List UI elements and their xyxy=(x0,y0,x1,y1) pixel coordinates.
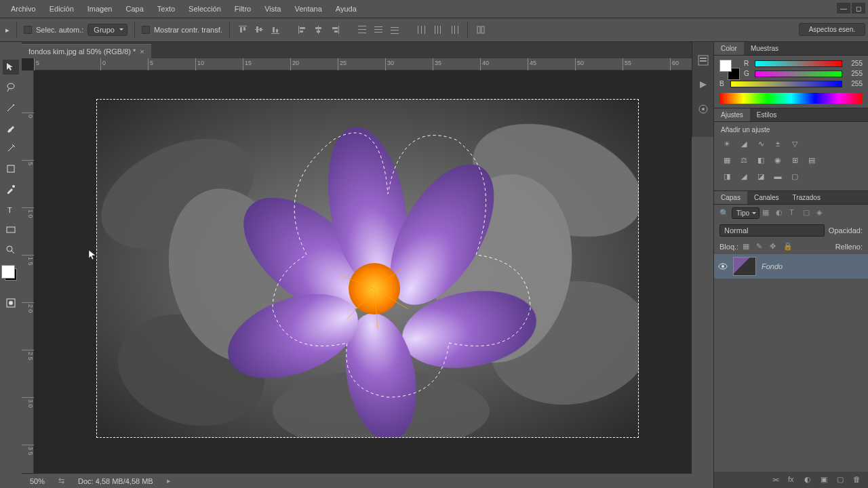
distribute-bottom-icon[interactable] xyxy=(389,24,401,36)
color-swatches[interactable] xyxy=(5,268,17,281)
ruler-vertical[interactable]: 0 5 1 0 1 5 2 0 2 5 3 0 3 5 xyxy=(22,70,34,473)
b-value[interactable]: 255 xyxy=(846,80,863,87)
filter-type-icon[interactable]: T xyxy=(789,208,800,219)
show-transform-checkbox[interactable] xyxy=(142,26,150,34)
status-chevron-icon[interactable]: ⇆ xyxy=(58,476,64,485)
layer-thumbnail[interactable] xyxy=(733,257,756,276)
distribute-left-icon[interactable] xyxy=(416,24,428,36)
quick-mask-tool[interactable] xyxy=(3,296,19,310)
layer-row[interactable]: Fondo xyxy=(714,254,868,279)
tab-adjustments[interactable]: Ajustes xyxy=(714,108,750,121)
type-tool[interactable]: T xyxy=(3,202,19,217)
tab-paths[interactable]: Trazados xyxy=(786,191,827,204)
menu-filtro[interactable]: Filtro xyxy=(228,0,258,18)
menu-capa[interactable]: Capa xyxy=(119,0,150,18)
new-layer-icon[interactable]: ▢ xyxy=(837,475,846,485)
workspace-switcher[interactable]: Aspectos esen. xyxy=(799,23,865,36)
b-slider[interactable] xyxy=(730,81,842,87)
layer-mask-icon[interactable]: ◐ xyxy=(804,475,814,485)
filter-adjust-icon[interactable]: ◐ xyxy=(776,208,787,219)
zoom-level[interactable]: 50% xyxy=(30,477,45,485)
move-tool[interactable] xyxy=(3,60,19,75)
tab-layers[interactable]: Capas xyxy=(714,191,747,204)
auto-select-dropdown[interactable]: Grupo xyxy=(87,24,127,36)
bw-icon[interactable]: ◧ xyxy=(755,154,767,166)
photo-filter-icon[interactable]: ◉ xyxy=(772,154,784,166)
tab-styles[interactable]: Estilos xyxy=(750,108,783,121)
align-hcenter-icon[interactable] xyxy=(313,24,325,36)
exposure-icon[interactable]: ± xyxy=(772,138,784,150)
auto-select-checkbox[interactable] xyxy=(24,26,32,34)
align-right-icon[interactable] xyxy=(329,24,341,36)
levels-icon[interactable]: ◢ xyxy=(738,138,750,150)
tool-preset-icon[interactable]: ▸ xyxy=(5,26,9,35)
layer-name[interactable]: Fondo xyxy=(762,262,783,270)
visibility-icon[interactable] xyxy=(718,262,728,271)
link-layers-icon[interactable]: ⫘ xyxy=(772,475,781,485)
menu-edicion[interactable]: Edición xyxy=(43,0,81,18)
lasso-tool[interactable] xyxy=(3,80,19,95)
minimize-button[interactable]: — xyxy=(837,3,850,14)
auto-align-icon[interactable] xyxy=(475,24,487,36)
rectangle-tool[interactable] xyxy=(3,222,19,237)
align-vcenter-icon[interactable] xyxy=(253,24,265,36)
actions-icon[interactable] xyxy=(697,79,709,91)
g-slider[interactable] xyxy=(755,70,842,77)
history-icon[interactable] xyxy=(697,54,709,66)
hue-icon[interactable]: ▦ xyxy=(721,154,733,166)
distribute-hcenter-icon[interactable] xyxy=(432,24,444,36)
menu-texto[interactable]: Texto xyxy=(151,0,182,18)
selective-color-icon[interactable]: ▢ xyxy=(789,170,801,182)
zoom-tool[interactable] xyxy=(3,243,19,258)
distribute-right-icon[interactable] xyxy=(448,24,460,36)
fg-bg-swatches[interactable] xyxy=(719,60,740,80)
align-left-icon[interactable] xyxy=(296,24,309,36)
invert-icon[interactable]: ◨ xyxy=(721,170,733,182)
ruler-horizontal[interactable]: 5 0 5 10 15 20 25 30 35 40 45 50 55 60 xyxy=(34,58,692,70)
crop-tool[interactable] xyxy=(3,161,19,176)
channel-mixer-icon[interactable]: ⊞ xyxy=(789,154,801,166)
maximize-button[interactable]: ◻ xyxy=(852,3,865,14)
balance-icon[interactable]: ⚖ xyxy=(738,154,750,166)
distribute-vcenter-icon[interactable] xyxy=(372,24,384,36)
lock-all-icon[interactable]: 🔒 xyxy=(783,242,793,251)
vibrance-icon[interactable]: ▽ xyxy=(789,138,801,150)
tab-channels[interactable]: Canales xyxy=(747,191,786,204)
g-value[interactable]: 255 xyxy=(846,70,863,77)
filter-pixel-icon[interactable]: ▦ xyxy=(762,208,773,219)
brightness-icon[interactable]: ☀ xyxy=(721,138,733,150)
blend-mode-select[interactable]: Normal xyxy=(719,224,825,237)
menu-imagen[interactable]: Imagen xyxy=(81,0,119,18)
tab-color[interactable]: Color xyxy=(714,42,744,55)
status-arrow-icon[interactable]: ▸ xyxy=(167,476,171,485)
menu-seleccion[interactable]: Selección xyxy=(182,0,228,18)
align-bottom-icon[interactable] xyxy=(269,24,281,36)
curves-icon[interactable]: ∿ xyxy=(755,138,767,150)
canvas[interactable] xyxy=(96,99,639,438)
delete-layer-icon[interactable]: 🗑 xyxy=(853,475,863,485)
distribute-top-icon[interactable] xyxy=(356,24,368,36)
clone-stamp-tool[interactable] xyxy=(3,141,19,156)
lock-pixels-icon[interactable]: ▦ xyxy=(743,242,752,251)
color-spectrum[interactable] xyxy=(719,93,863,104)
menu-ayuda[interactable]: Ayuda xyxy=(329,0,363,18)
threshold-icon[interactable]: ◪ xyxy=(755,170,767,182)
menu-archivo[interactable]: Archivo xyxy=(4,0,43,18)
align-top-icon[interactable] xyxy=(237,24,249,36)
layer-filter-kind[interactable]: Tipo xyxy=(732,207,760,219)
new-group-icon[interactable]: ▣ xyxy=(821,475,830,485)
wand-tool[interactable] xyxy=(3,100,19,115)
gradient-map-icon[interactable]: ▬ xyxy=(772,170,784,182)
menu-ventana[interactable]: Ventana xyxy=(288,0,328,18)
layer-filter-search-icon[interactable]: 🔍 xyxy=(719,209,729,218)
layer-fx-icon[interactable]: fx xyxy=(788,475,797,485)
r-value[interactable]: 255 xyxy=(846,60,863,67)
lookup-icon[interactable]: ▤ xyxy=(806,154,818,166)
lock-move-icon[interactable]: ✥ xyxy=(770,242,779,251)
properties-icon[interactable] xyxy=(697,103,709,115)
filter-shape-icon[interactable]: ▢ xyxy=(803,208,814,219)
brush-tool[interactable] xyxy=(3,121,19,136)
posterize-icon[interactable]: ◢ xyxy=(738,170,750,182)
filter-smart-icon[interactable]: ◈ xyxy=(816,208,827,219)
eyedropper-tool[interactable] xyxy=(3,182,19,197)
